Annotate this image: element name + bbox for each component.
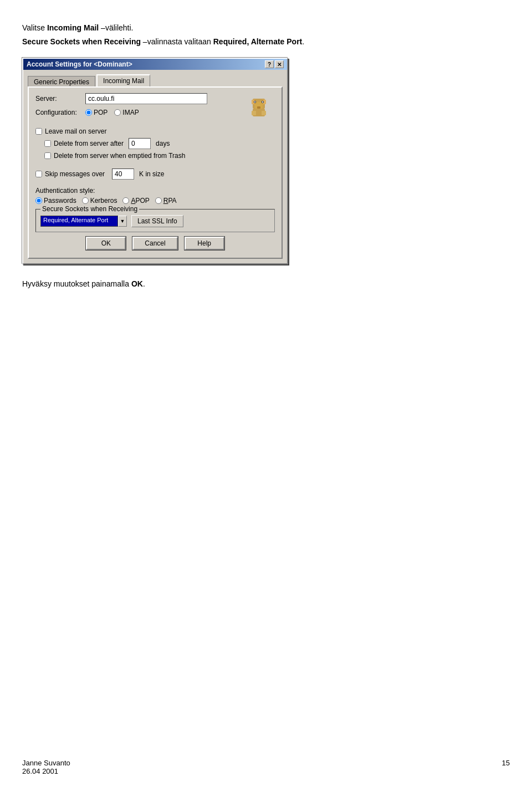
auth-radio-group: Passwords Kerberos APOP RPA xyxy=(35,197,275,205)
svg-rect-7 xyxy=(262,101,263,103)
ssl-group-legend: Secure Sockets when Receiving xyxy=(40,205,139,213)
leave-mail-section: Leave mail on server Delete from server … xyxy=(35,127,275,160)
intro-line1-suffix: –välilehti. xyxy=(99,23,133,32)
bottom-text-bold: OK xyxy=(131,279,143,288)
help-button[interactable]: Help xyxy=(185,237,224,250)
ssl-row: Required, Alternate Port ▼ Last SSL Info xyxy=(40,215,270,227)
svg-rect-6 xyxy=(254,101,255,103)
skip-messages-suffix: K in size xyxy=(139,170,164,178)
tab-generic-properties[interactable]: Generic Properties xyxy=(28,76,95,88)
delete-after-label: Delete from server after xyxy=(54,140,124,147)
config-label: Configuration: xyxy=(35,109,85,116)
ssl-dropdown-button[interactable]: ▼ xyxy=(118,216,127,227)
delete-trash-label: Delete from server when emptied from Tra… xyxy=(54,152,185,160)
auth-kerberos-option[interactable]: Kerberos xyxy=(82,197,117,205)
dialog-buttons: OK Cancel Help xyxy=(35,232,275,252)
server-input[interactable] xyxy=(85,93,207,104)
main-panel: Server: Configuration: POP IMAP xyxy=(28,86,283,259)
server-label: Server: xyxy=(35,95,85,103)
skip-messages-label: Skip messages over xyxy=(45,170,105,178)
ssl-select[interactable]: Required, Alternate Port xyxy=(40,216,118,227)
cancel-button[interactable]: Cancel xyxy=(132,237,177,250)
config-pop-label: POP xyxy=(94,109,108,116)
intro-line2-bold: Required, Alternate Port xyxy=(213,37,303,46)
skip-messages-input[interactable] xyxy=(112,168,134,180)
delete-after-row: Delete from server after days xyxy=(44,138,275,149)
auth-rpa-option[interactable]: RPA xyxy=(155,197,177,205)
footer-author: Janne Suvanto xyxy=(22,759,70,767)
intro-line1-bold: Incoming Mail xyxy=(47,23,99,32)
ok-button[interactable]: OK xyxy=(86,237,126,250)
config-pop-option[interactable]: POP xyxy=(85,109,108,116)
footer: Janne Suvanto 26.04 2001 15 xyxy=(22,759,510,775)
ssl-select-container: Required, Alternate Port ▼ xyxy=(40,216,127,227)
svg-rect-10 xyxy=(252,111,256,115)
intro-paragraph: Valitse Incoming Mail –välilehti. Secure… xyxy=(22,22,510,48)
leave-mail-checkbox[interactable] xyxy=(35,128,42,135)
intro-line1-prefix: Valitse xyxy=(22,23,47,32)
account-settings-dialog: Account Settings for <Dominant> ? ✕ Gene… xyxy=(22,58,288,264)
auth-apop-option[interactable]: APOP xyxy=(122,197,149,205)
auth-apop-label: APOP xyxy=(131,197,149,205)
footer-left: Janne Suvanto 26.04 2001 xyxy=(22,759,70,775)
tabs-container: Generic Properties Incoming Mail xyxy=(28,74,283,86)
footer-page: 15 xyxy=(502,759,510,775)
delete-trash-row: Delete from server when emptied from Tra… xyxy=(44,152,275,160)
auth-rpa-label: RPA xyxy=(163,197,177,205)
tab-incoming-mail[interactable]: Incoming Mail xyxy=(96,74,150,86)
config-imap-label: IMAP xyxy=(122,109,139,116)
skip-messages-row: Skip messages over K in size xyxy=(35,168,275,180)
bottom-text-suffix: . xyxy=(143,279,145,288)
auth-passwords-option[interactable]: Passwords xyxy=(35,197,76,205)
titlebar-buttons: ? ✕ xyxy=(265,60,284,68)
auth-apop-radio[interactable] xyxy=(122,197,129,204)
svg-rect-8 xyxy=(257,106,260,109)
intro-line2-suffix: . xyxy=(302,37,304,46)
bird-icon xyxy=(247,98,270,119)
intro-line2-prefix: Secure Sockets when Receiving xyxy=(22,37,141,46)
dialog-titlebar: Account Settings for <Dominant> ? ✕ xyxy=(23,59,287,70)
server-row: Server: xyxy=(35,93,275,104)
auth-style-label: Authentication style: xyxy=(35,187,275,195)
config-imap-option[interactable]: IMAP xyxy=(114,109,139,116)
auth-kerberos-radio[interactable] xyxy=(82,197,89,204)
skip-messages-checkbox[interactable] xyxy=(35,171,42,177)
bird-icon-area xyxy=(247,98,270,120)
svg-rect-11 xyxy=(262,111,266,115)
intro-line2-middle: –valinnasta valitaan xyxy=(141,37,213,46)
ssl-info-button[interactable]: Last SSL Info xyxy=(131,215,183,227)
days-label: days xyxy=(156,140,170,147)
bottom-text: Hyväksy muutokset painamalla OK. xyxy=(22,278,510,290)
delete-after-days-input[interactable] xyxy=(129,138,151,149)
auth-style-section: Authentication style: Passwords Kerberos… xyxy=(35,187,275,205)
config-radio-group: POP IMAP xyxy=(85,109,139,116)
config-row: Configuration: POP IMAP xyxy=(35,109,275,116)
bottom-text-prefix: Hyväksy muutokset painamalla xyxy=(22,279,131,288)
leave-mail-label: Leave mail on server xyxy=(45,127,106,135)
auth-passwords-radio[interactable] xyxy=(35,197,42,204)
ssl-group-box: Secure Sockets when Receiving Required, … xyxy=(35,209,275,232)
dialog-body: Generic Properties Incoming Mail xyxy=(23,70,287,263)
config-pop-radio[interactable] xyxy=(85,109,92,116)
dialog-title: Account Settings for <Dominant> xyxy=(27,60,132,68)
auth-kerberos-label: Kerberos xyxy=(90,197,117,205)
close-titlebar-button[interactable]: ✕ xyxy=(275,60,284,68)
auth-rpa-radio[interactable] xyxy=(155,197,162,204)
leave-mail-row: Leave mail on server xyxy=(35,127,275,135)
auth-passwords-label: Passwords xyxy=(44,197,76,205)
footer-date: 26.04 2001 xyxy=(22,767,70,775)
delete-trash-checkbox[interactable] xyxy=(44,152,51,159)
help-titlebar-button[interactable]: ? xyxy=(265,60,274,68)
config-imap-radio[interactable] xyxy=(114,109,121,116)
delete-after-checkbox[interactable] xyxy=(44,140,51,147)
